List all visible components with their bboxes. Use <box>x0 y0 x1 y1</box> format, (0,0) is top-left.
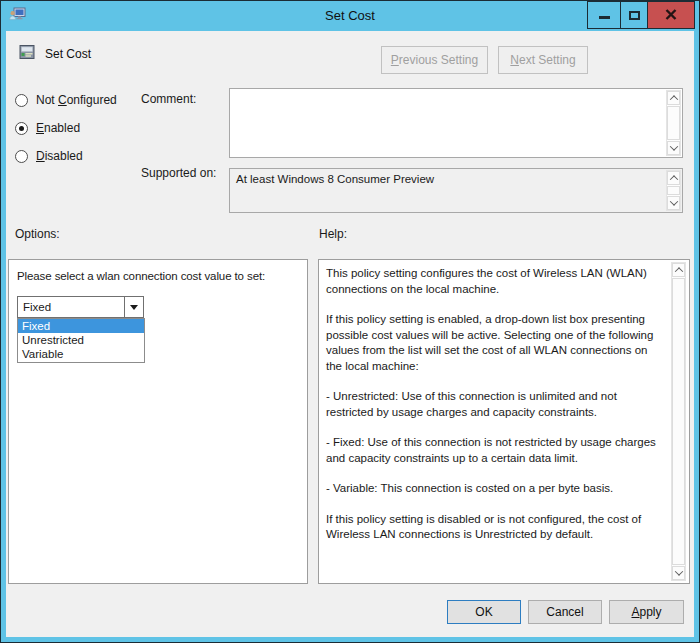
next-setting-button[interactable]: Next Setting <box>498 46 588 74</box>
close-icon <box>665 6 677 24</box>
radio-not-configured[interactable]: Not Configured <box>15 92 117 108</box>
dropdown-option-unrestricted[interactable]: Unrestricted <box>18 333 144 347</box>
scrollbar-thumb[interactable] <box>667 106 680 140</box>
combobox-dropdown-list: Fixed Unrestricted Variable <box>17 318 145 363</box>
dropdown-option-variable[interactable]: Variable <box>18 347 144 361</box>
comment-scrollbar[interactable] <box>666 90 681 156</box>
ok-label: OK <box>475 605 492 619</box>
options-panel: Please select a wlan connection cost val… <box>8 259 308 584</box>
chevron-down-icon <box>669 197 677 205</box>
scroll-down-button[interactable] <box>672 566 685 580</box>
chevron-up-icon <box>669 175 677 183</box>
radio-circle <box>15 122 28 135</box>
help-paragraph: - Unrestricted: Use of this connection i… <box>326 389 663 420</box>
close-button[interactable] <box>647 1 695 29</box>
supported-on-label: Supported on: <box>141 166 216 180</box>
dropdown-option-fixed[interactable]: Fixed <box>18 319 144 333</box>
combobox-value: Fixed <box>18 297 124 317</box>
radio-label: Enabled <box>36 121 80 135</box>
radio-label: Not Configured <box>36 93 117 107</box>
radio-enabled[interactable]: Enabled <box>15 120 80 136</box>
next-setting-label: ext Setting <box>519 53 576 67</box>
previous-setting-button[interactable]: Previous Setting <box>381 46 488 74</box>
help-scrollbar[interactable] <box>671 262 686 581</box>
chevron-down-icon <box>669 142 677 150</box>
policy-setting-icon <box>19 44 35 60</box>
combobox-dropdown-button[interactable] <box>124 297 143 317</box>
scroll-up-button[interactable] <box>667 91 680 105</box>
apply-label: Apply <box>631 605 661 619</box>
maximize-button[interactable] <box>620 1 648 29</box>
cancel-button[interactable]: Cancel <box>528 600 602 624</box>
cancel-label: Cancel <box>546 605 583 619</box>
supported-on-box: At least Windows 8 Consumer Preview <box>229 168 683 213</box>
minimize-icon <box>599 16 610 19</box>
supported-on-value: At least Windows 8 Consumer Preview <box>236 173 434 185</box>
radio-disabled[interactable]: Disabled <box>15 148 83 164</box>
scrollbar-thumb[interactable] <box>672 278 685 565</box>
help-paragraph: If this policy setting is disabled or is… <box>326 512 663 543</box>
minimize-button[interactable] <box>587 1 621 29</box>
scroll-down-button[interactable] <box>667 196 680 210</box>
help-paragraph: If this policy setting is enabled, a dro… <box>326 312 663 374</box>
setting-name: Set Cost <box>45 47 91 61</box>
cost-value-combobox[interactable]: Fixed <box>17 296 144 318</box>
ok-button[interactable]: OK <box>447 600 521 624</box>
supported-on-scrollbar[interactable] <box>666 170 681 211</box>
dialog-body: Set Cost Previous Setting Next Setting N… <box>6 31 694 637</box>
chevron-up-icon <box>674 267 682 275</box>
help-label: Help: <box>319 227 347 241</box>
radio-label: Disabled <box>36 149 83 163</box>
help-paragraph: - Fixed: Use of this connection is not r… <box>326 435 663 466</box>
titlebar[interactable]: Set Cost <box>1 1 699 31</box>
radio-circle <box>15 150 28 163</box>
chevron-up-icon <box>669 95 677 103</box>
options-label: Options: <box>15 227 60 241</box>
help-text: This policy setting configures the cost … <box>326 266 663 558</box>
previous-setting-key: P <box>391 53 399 67</box>
apply-button[interactable]: Apply <box>609 600 684 624</box>
window-controls <box>588 1 695 29</box>
policy-setting-dialog: Set Cost <box>0 0 700 643</box>
dropdown-arrow-icon <box>130 305 138 310</box>
comment-label: Comment: <box>141 92 196 106</box>
combobox-prompt: Please select a wlan connection cost val… <box>17 270 265 282</box>
scrollbar-thumb[interactable] <box>667 186 680 195</box>
scroll-down-button[interactable] <box>667 141 680 155</box>
comment-input[interactable] <box>229 88 683 158</box>
scroll-up-button[interactable] <box>672 263 685 277</box>
radio-circle <box>15 94 28 107</box>
help-panel: This policy setting configures the cost … <box>318 259 690 584</box>
previous-setting-label: revious Setting <box>399 53 478 67</box>
next-setting-key: N <box>510 53 519 67</box>
help-paragraph: This policy setting configures the cost … <box>326 266 663 297</box>
maximize-icon <box>629 11 640 20</box>
help-paragraph: - Variable: This connection is costed on… <box>326 481 663 497</box>
scroll-up-button[interactable] <box>667 171 680 185</box>
chevron-down-icon <box>674 567 682 575</box>
